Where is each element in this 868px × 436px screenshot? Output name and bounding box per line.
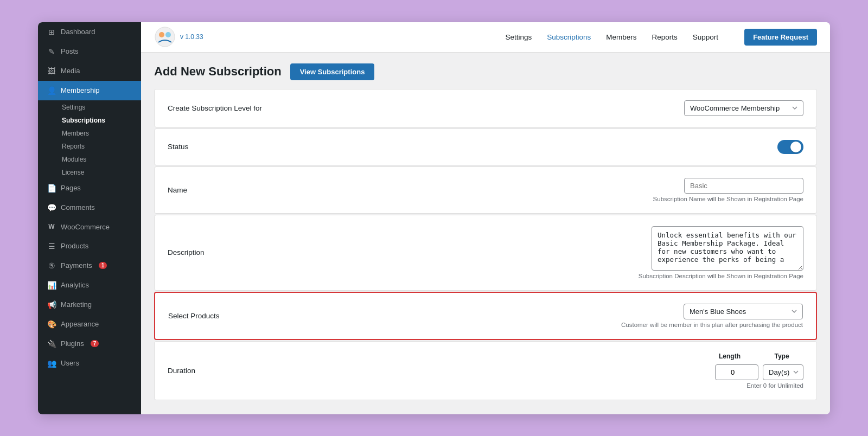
sidebar-item-pages[interactable]: 📄 Pages: [38, 178, 141, 198]
name-card: Name Subscription Name will be Shown in …: [154, 166, 817, 214]
sidebar-item-label: Comments: [61, 203, 95, 211]
sidebar-item-marketing[interactable]: 📢 Marketing: [38, 295, 141, 315]
sidebar-item-products[interactable]: ☰ Products: [38, 236, 141, 256]
plugins-icon: 🔌: [47, 339, 56, 348]
svg-point-1: [159, 32, 164, 37]
duration-type-header: Type: [760, 352, 803, 360]
membership-icon: 👤: [47, 86, 56, 95]
duration-headers: Length Type: [708, 352, 803, 360]
name-row: Name Subscription Name will be Shown in …: [155, 167, 816, 213]
payments-badge: 1: [99, 262, 107, 269]
sidebar-item-label: Marketing: [61, 300, 92, 309]
duration-label: Duration: [168, 367, 276, 375]
analytics-icon: 📊: [47, 281, 56, 290]
main-content: v 1.0.33 Settings Subscriptions Members …: [141, 22, 830, 414]
comments-icon: 💬: [47, 203, 56, 212]
description-row: Description Unlock essential benefits wi…: [155, 215, 816, 290]
duration-length-input[interactable]: [715, 364, 758, 380]
sidebar-item-analytics[interactable]: 📊 Analytics: [38, 275, 141, 295]
feature-request-button[interactable]: Feature Request: [744, 29, 817, 46]
topnav-subscriptions[interactable]: Subscriptions: [547, 33, 591, 41]
sidebar-item-comments[interactable]: 💬 Comments: [38, 198, 141, 217]
sidebar: ⊞ Dashboard ✎ Posts 🖼 Media 👤 Membership…: [38, 22, 141, 414]
select-products-card: Select Products Men's Blue Shoes Custome…: [154, 292, 817, 340]
topnav-links: Settings Subscriptions Members Reports S…: [505, 29, 817, 46]
sidebar-item-label: Dashboard: [61, 28, 95, 36]
marketing-icon: 📢: [47, 300, 56, 309]
posts-icon: ✎: [47, 47, 56, 56]
products-icon: ☰: [47, 242, 56, 251]
sidebar-item-label: Appearance: [61, 320, 99, 328]
dashboard-icon: ⊞: [47, 28, 56, 36]
svg-point-0: [155, 27, 175, 47]
duration-inputs: Day(s): [715, 364, 803, 380]
svg-point-2: [165, 32, 171, 37]
name-label: Name: [168, 186, 276, 194]
payments-icon: ⑤: [47, 261, 56, 270]
name-input[interactable]: [684, 178, 803, 194]
description-label: Description: [168, 248, 276, 257]
duration-hint: Enter 0 for Unlimited: [746, 382, 803, 389]
plugin-logo: v 1.0.33: [154, 26, 203, 48]
name-control: Subscription Name will be Shown in Regis…: [276, 178, 803, 202]
sidebar-item-dashboard[interactable]: ⊞ Dashboard: [38, 22, 141, 42]
sidebar-item-label: Products: [61, 242, 88, 250]
page-header: Add New Subscription View Subscriptions: [141, 53, 830, 89]
select-products-hint: Customer will be member in this plan aft…: [621, 322, 803, 328]
duration-card: Duration Length Type Day(s) Enter 0: [154, 341, 817, 400]
sidebar-sub-subscriptions[interactable]: Subscriptions: [38, 113, 141, 126]
duration-type-select[interactable]: Day(s): [763, 364, 803, 380]
status-toggle-wrapper: [276, 140, 803, 154]
description-textarea[interactable]: Unlock essential benefits with our Basic…: [652, 226, 803, 271]
sidebar-sub-members[interactable]: Members: [38, 126, 141, 139]
plugin-version: v 1.0.33: [180, 33, 203, 41]
status-label: Status: [168, 143, 276, 151]
sidebar-item-appearance[interactable]: 🎨 Appearance: [38, 315, 141, 334]
sidebar-item-label: Plugins: [61, 339, 84, 348]
sidebar-sub-settings[interactable]: Settings: [38, 100, 141, 113]
subscription-level-row: Create Subscription Level for WooCommerc…: [155, 89, 816, 127]
page-title: Add New Subscription: [154, 65, 282, 79]
pages-icon: 📄: [47, 184, 56, 193]
sidebar-item-woocommerce[interactable]: W WooCommerce: [38, 217, 141, 236]
description-card: Description Unlock essential benefits wi…: [154, 215, 817, 291]
topnav-settings[interactable]: Settings: [505, 33, 532, 41]
subscription-level-select[interactable]: WooCommerce Membership: [684, 100, 803, 116]
sidebar-item-label: Posts: [61, 47, 79, 55]
sidebar-item-users[interactable]: 👥 Users: [38, 354, 141, 373]
status-toggle[interactable]: [777, 140, 803, 154]
sidebar-sub-reports[interactable]: Reports: [38, 139, 141, 152]
sidebar-item-label: WooCommerce: [61, 223, 110, 231]
view-subscriptions-button[interactable]: View Subscriptions: [290, 63, 375, 80]
description-control: Unlock essential benefits with our Basic…: [276, 226, 803, 279]
users-icon: 👥: [47, 359, 56, 368]
duration-controls: Length Type Day(s) Enter 0 for Unlimited: [276, 352, 803, 389]
sidebar-item-media[interactable]: 🖼 Media: [38, 61, 141, 81]
topnav-reports[interactable]: Reports: [652, 33, 678, 41]
duration-row: Duration Length Type Day(s) Enter 0: [155, 342, 816, 400]
woocommerce-icon: W: [47, 223, 56, 230]
topnav-support[interactable]: Support: [693, 33, 718, 41]
subscription-level-control: WooCommerce Membership: [276, 100, 803, 116]
select-products-select[interactable]: Men's Blue Shoes: [684, 304, 803, 319]
status-card: Status: [154, 129, 817, 165]
sidebar-item-payments[interactable]: ⑤ Payments 1: [38, 256, 141, 275]
sidebar-item-posts[interactable]: ✎ Posts: [38, 42, 141, 61]
form-content: Create Subscription Level for WooCommerc…: [141, 89, 830, 414]
sidebar-item-membership[interactable]: 👤 Membership: [38, 81, 141, 100]
sidebar-item-plugins[interactable]: 🔌 Plugins 7: [38, 334, 141, 354]
subscription-level-label: Create Subscription Level for: [168, 104, 276, 112]
sidebar-item-label: Media: [61, 67, 80, 75]
select-products-label: Select Products: [168, 312, 277, 320]
select-products-control: Men's Blue Shoes Customer will be member…: [277, 304, 803, 328]
sidebar-item-label: Users: [61, 359, 79, 367]
sidebar-item-label: Membership: [61, 86, 100, 94]
media-icon: 🖼: [47, 67, 56, 75]
topnav-members[interactable]: Members: [606, 33, 636, 41]
status-row: Status: [155, 129, 816, 165]
sidebar-sub-modules[interactable]: Modules: [38, 152, 141, 165]
sidebar-item-label: Pages: [61, 184, 81, 192]
sidebar-sub-license[interactable]: License: [38, 165, 141, 178]
select-products-row: Select Products Men's Blue Shoes Custome…: [155, 293, 816, 339]
sidebar-item-label: Payments: [61, 261, 92, 270]
